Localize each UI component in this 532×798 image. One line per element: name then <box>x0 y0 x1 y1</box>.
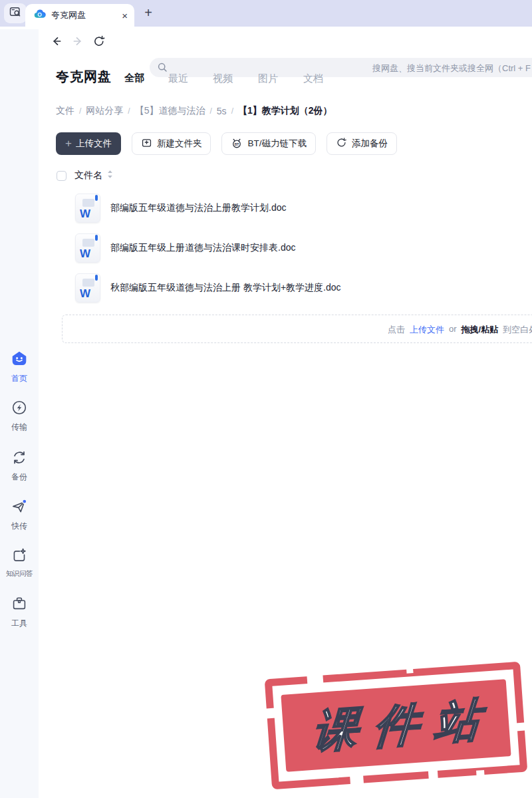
breadcrumb-separator: / <box>79 106 81 116</box>
word-doc-icon: W <box>75 233 100 263</box>
add-backup-button[interactable]: 添加备份 <box>327 132 397 155</box>
backup-icon <box>0 449 39 469</box>
new-folder-button[interactable]: 新建文件夹 <box>132 132 211 155</box>
breadcrumb-separator: / <box>128 106 130 116</box>
stamp-text: 课件站 <box>295 688 498 763</box>
browser-toolbar: 搜网盘、搜当前文件夹或搜全网（Ctrl + F <box>0 27 532 56</box>
backup-sync-icon <box>336 137 347 150</box>
breadcrumb-item[interactable]: 【5】道德与法治 <box>135 105 205 117</box>
sidebar-item-label: 快传 <box>0 521 39 532</box>
search-input[interactable]: 搜网盘、搜当前文件夹或搜全网（Ctrl + F <box>150 58 532 77</box>
new-folder-label: 新建文件夹 <box>157 138 202 150</box>
home-icon <box>0 349 39 370</box>
tab-documents[interactable]: 文档 <box>303 72 323 85</box>
tab-recent[interactable]: 最近 <box>168 72 188 85</box>
breadcrumb-separator: / <box>209 106 211 116</box>
sidebar-item-knowledge-qa[interactable]: 知识问答 <box>0 547 39 579</box>
file-name[interactable]: 部编版五年级道德与法治上册教学计划.doc <box>110 202 286 214</box>
file-name[interactable]: 部编版五年级上册道德与法治课时安排表.doc <box>110 242 295 254</box>
sidebar-item-home[interactable]: 首页 <box>0 349 39 384</box>
page-title: 夸克网盘 <box>56 68 112 86</box>
breadcrumb-current: 【1】教学计划（2份） <box>238 105 332 117</box>
sidebar-item-transfer[interactable]: 传输 <box>0 399 39 433</box>
sidebar-item-label: 首页 <box>0 373 39 384</box>
breadcrumb-item[interactable]: 网站分享 <box>86 105 123 117</box>
add-backup-label: 添加备份 <box>352 138 388 150</box>
upload-file-label: 上传文件 <box>76 138 112 150</box>
sidebar-item-label: 知识问答 <box>0 569 39 579</box>
sidebar-item-backup[interactable]: 备份 <box>0 449 39 483</box>
breadcrumb: 文件 / 网站分享 / 【5】道德与法治 / 5s / 【1】教学计划（2份） <box>56 105 332 117</box>
action-bar: + 上传文件 新建文件夹 BT BT/磁力链下载 <box>56 132 397 155</box>
upload-hint-or: or <box>449 324 457 336</box>
file-row[interactable]: W 部编版五年级上册道德与法治课时安排表.doc <box>43 228 532 268</box>
sidebar-item-label: 备份 <box>0 471 39 483</box>
stamp-inner-panel: 课件站 <box>281 679 511 771</box>
upload-hint: 点击 上传文件 or 拖拽/粘贴 到空白处 <box>388 324 532 336</box>
svg-text:BT: BT <box>235 142 240 146</box>
upload-hint-drag: 拖拽/粘贴 <box>462 324 499 336</box>
tab-search-button[interactable] <box>4 3 27 23</box>
file-row[interactable]: W 部编版五年级道德与法治上册教学计划.doc <box>43 188 532 228</box>
upload-file-link[interactable]: 上传文件 <box>410 324 444 336</box>
courseware-stamp-watermark: 课件站 <box>265 662 528 789</box>
upload-hint-suffix: 到空白处 <box>503 324 532 336</box>
back-icon[interactable] <box>51 35 63 47</box>
breadcrumb-separator: / <box>231 106 233 116</box>
word-doc-icon: W <box>75 273 100 303</box>
quark-logo-icon <box>33 8 46 23</box>
bt-download-label: BT/磁力链下载 <box>247 138 307 150</box>
sidebar: 首页 传输 备份 <box>0 29 39 798</box>
tab-search-icon <box>9 7 21 20</box>
knowledge-qa-icon <box>0 547 39 567</box>
browser-tab-bar: 夸克网盘 × + <box>0 0 532 27</box>
upload-file-button[interactable]: + 上传文件 <box>56 132 121 155</box>
tools-icon <box>0 595 39 615</box>
word-doc-icon: W <box>75 194 100 223</box>
search-placeholder: 搜网盘、搜当前文件夹或搜全网（Ctrl + F <box>372 63 531 74</box>
new-folder-icon <box>141 137 152 150</box>
file-list-header: 文件名 <box>57 170 113 182</box>
file-name-column-header: 文件名 <box>74 170 102 182</box>
new-tab-button[interactable]: + <box>140 5 157 22</box>
sidebar-item-tools[interactable]: 工具 <box>0 595 39 629</box>
tab-close-icon[interactable]: × <box>122 11 128 21</box>
browser-tab-title: 夸克网盘 <box>51 9 122 21</box>
transfer-icon <box>0 399 39 419</box>
bt-download-button[interactable]: BT BT/磁力链下载 <box>221 132 316 155</box>
quick-send-icon <box>0 498 39 518</box>
bt-magnet-icon: BT <box>231 137 243 151</box>
sort-icon[interactable] <box>107 170 113 182</box>
refresh-icon[interactable] <box>93 35 105 47</box>
browser-tab-active[interactable]: 夸克网盘 × <box>25 4 134 27</box>
search-icon <box>157 62 168 76</box>
sidebar-item-label: 传输 <box>0 422 39 433</box>
file-row[interactable]: W 秋部编版五年级道德与法治上册 教学计划+教学进度.doc <box>43 268 532 308</box>
tab-videos[interactable]: 视频 <box>213 72 233 85</box>
upload-hint-prefix: 点击 <box>388 324 405 336</box>
quark-drive-window: 夸克网盘 × + 搜网盘、 <box>0 0 532 798</box>
tab-images[interactable]: 图片 <box>258 72 278 85</box>
breadcrumb-item[interactable]: 文件 <box>56 105 74 117</box>
file-list: W 部编版五年级道德与法治上册教学计划.doc W 部编版五年级上册道德与法治课… <box>43 188 532 308</box>
breadcrumb-item[interactable]: 5s <box>217 106 227 116</box>
forward-icon[interactable] <box>72 35 84 47</box>
sidebar-item-quick-send[interactable]: 快传 <box>0 498 39 532</box>
sidebar-item-label: 工具 <box>0 618 39 629</box>
plus-icon: + <box>65 138 72 149</box>
file-name[interactable]: 秋部编版五年级道德与法治上册 教学计划+教学进度.doc <box>110 282 341 294</box>
select-all-checkbox[interactable] <box>57 171 66 181</box>
tab-all[interactable]: 全部 <box>124 72 144 84</box>
